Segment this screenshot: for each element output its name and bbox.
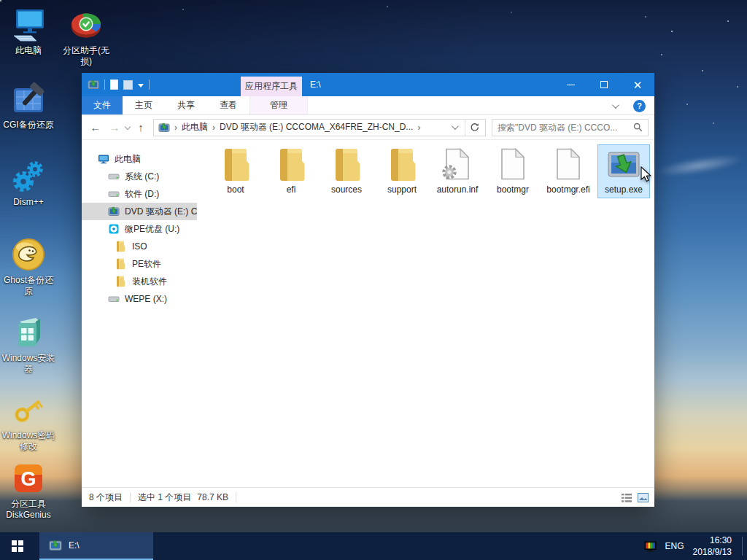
- up-icon[interactable]: ↑: [134, 121, 147, 133]
- windows-password-icon: [11, 392, 46, 427]
- qat-separator: [104, 79, 105, 90]
- address-bar[interactable]: › 此电脑 › DVD 驱动器 (E:) CCCOMA_X64FRE_ZH-CN…: [153, 119, 486, 136]
- display-color-icon[interactable]: [644, 541, 657, 552]
- screen: 此电脑 分区助手(无损): [0, 0, 747, 560]
- taskbar: E:\ ENG 16:30 2018/9/13: [0, 532, 747, 560]
- tab-manage[interactable]: 管理: [258, 96, 300, 114]
- tree-item-install-software[interactable]: 装机软件: [82, 273, 197, 290]
- tree-item-iso[interactable]: ISO: [82, 238, 197, 255]
- tab-file[interactable]: 文件: [82, 96, 123, 114]
- forward-icon: →: [108, 121, 121, 133]
- desktop-icon-label: 分区助手(无损): [58, 45, 115, 67]
- start-button[interactable]: [0, 532, 35, 560]
- tab-share[interactable]: 共享: [165, 96, 207, 114]
- tree-item-label: ISO: [132, 241, 147, 252]
- search-icon[interactable]: [628, 122, 648, 132]
- file-tile-sources[interactable]: sources: [320, 144, 373, 198]
- desktop-icon-windows-password[interactable]: Windows密码修改: [0, 392, 57, 452]
- usb-disk-icon: [108, 223, 120, 235]
- folder-icon: [274, 147, 309, 182]
- quick-access-toolbar: [88, 73, 150, 96]
- clock-time: 16:30: [693, 534, 732, 546]
- item-count: 8 个项目: [89, 491, 123, 504]
- file-name: bootmgr.efi: [543, 184, 593, 195]
- new-folder-icon[interactable]: [123, 80, 133, 90]
- tree-item-drive-c[interactable]: 系统 (C:): [82, 168, 197, 185]
- window-app-icon: [88, 79, 99, 90]
- file-icon: [551, 147, 586, 182]
- tree-item-pe-software[interactable]: PE软件: [82, 255, 197, 273]
- help-icon[interactable]: ?: [633, 100, 646, 112]
- properties-icon[interactable]: [110, 79, 118, 90]
- close-button[interactable]: ✕: [621, 73, 654, 96]
- tree-item-label: 装机软件: [132, 276, 167, 288]
- file-name: boot: [211, 184, 260, 195]
- file-name: sources: [322, 184, 371, 195]
- folder-icon: [218, 147, 253, 182]
- file-tile-efi[interactable]: efi: [265, 144, 317, 198]
- taskbar-app-explorer[interactable]: E:\: [39, 532, 153, 560]
- file-tile-autorun-inf[interactable]: autorun.inf: [431, 144, 484, 198]
- desktop-icon-ghost-backup[interactable]: Ghost备份还原: [0, 237, 57, 297]
- taskbar-app-label: E:\: [69, 540, 80, 551]
- system-tray: ENG 16:30 2018/9/13: [644, 532, 747, 560]
- taskbar-app-icon: [49, 539, 62, 552]
- file-tile-support[interactable]: support: [376, 144, 428, 198]
- maximize-button[interactable]: [587, 73, 621, 96]
- tree-item-this-pc[interactable]: 此电脑: [82, 150, 197, 168]
- show-desktop-edge[interactable]: [742, 537, 743, 556]
- tree-item-usb-u[interactable]: 微PE优盘 (U:): [82, 220, 197, 238]
- window-title: E:\: [310, 73, 321, 96]
- breadcrumb-dvd-drive[interactable]: DVD 驱动器 (E:) CCCOMA_X64FRE_ZH-CN_D...: [220, 121, 413, 133]
- drive-icon: [108, 188, 120, 200]
- tree-item-label: DVD 驱动器 (E:) CC: [125, 206, 197, 218]
- minimize-button[interactable]: [554, 73, 587, 96]
- windows-logo-icon: [12, 540, 23, 552]
- desktop-icon-label: Dism++: [0, 197, 57, 208]
- folder-icon: [115, 241, 127, 252]
- tab-home[interactable]: 主页: [123, 96, 165, 114]
- folder-icon: [115, 276, 127, 287]
- ghost-backup-icon: [11, 237, 46, 272]
- desktop-icon-label: Windows安装器: [0, 353, 57, 375]
- breadcrumb-this-pc[interactable]: 此电脑: [182, 121, 208, 133]
- desktop-icon-partition-assistant[interactable]: 分区助手(无损): [58, 7, 115, 67]
- address-dropdown-icon[interactable]: [447, 125, 461, 130]
- file-name: autorun.inf: [433, 184, 482, 195]
- this-pc-icon: [11, 7, 46, 42]
- language-indicator[interactable]: ENG: [665, 541, 684, 551]
- back-icon[interactable]: ←: [89, 121, 102, 133]
- desktop-icon-this-pc[interactable]: 此电脑: [0, 7, 57, 56]
- file-tile-boot[interactable]: boot: [209, 144, 262, 198]
- tab-view[interactable]: 查看: [207, 96, 249, 114]
- tree-item-dvd-drive-e[interactable]: DVD 驱动器 (E:) CC: [82, 203, 197, 220]
- tree-item-label: 微PE优盘 (U:): [125, 223, 179, 236]
- tree-item-wepe-x[interactable]: WEPE (X:): [82, 290, 197, 308]
- large-icons-view-icon[interactable]: [638, 493, 649, 502]
- dism-icon: [11, 159, 46, 194]
- desktop-icon-cgi-backup[interactable]: CGI备份还原: [0, 82, 57, 131]
- computer-icon: [98, 153, 109, 165]
- tree-item-drive-d[interactable]: 软件 (D:): [82, 185, 197, 203]
- desktop-icon-diskgenius[interactable]: G 分区工具 DiskGenius: [0, 461, 57, 521]
- app-tools-label: 应用程序工具: [245, 80, 298, 93]
- stars-decoration: [0, 0, 1, 1]
- expand-ribbon-icon[interactable]: [612, 101, 619, 109]
- desktop-icon-windows-installer[interactable]: Windows安装器: [0, 315, 57, 375]
- search-input[interactable]: [492, 120, 628, 136]
- navigation-bar: ← → ↑ › 此电脑 › DVD 驱动器 (E:) CCCOMA_X64FRE…: [82, 115, 654, 140]
- drive-icon: [108, 171, 120, 182]
- taskbar-clock[interactable]: 16:30 2018/9/13: [693, 534, 732, 558]
- desktop-icon-label: Windows密码修改: [0, 430, 57, 452]
- file-name: bootmgr: [488, 184, 538, 195]
- contextual-tab-area: 管理: [249, 96, 308, 114]
- file-tile-bootmgr[interactable]: bootmgr: [487, 144, 539, 198]
- file-tile-bootmgr-efi[interactable]: bootmgr.efi: [542, 144, 595, 198]
- recent-locations-icon[interactable]: [125, 123, 131, 129]
- file-icon: [495, 147, 530, 182]
- customize-qat-icon[interactable]: [138, 84, 144, 88]
- refresh-icon[interactable]: [465, 120, 484, 136]
- desktop-icon-dism[interactable]: Dism++: [0, 159, 57, 208]
- details-view-icon[interactable]: [622, 494, 632, 502]
- view-toggles: [622, 488, 649, 508]
